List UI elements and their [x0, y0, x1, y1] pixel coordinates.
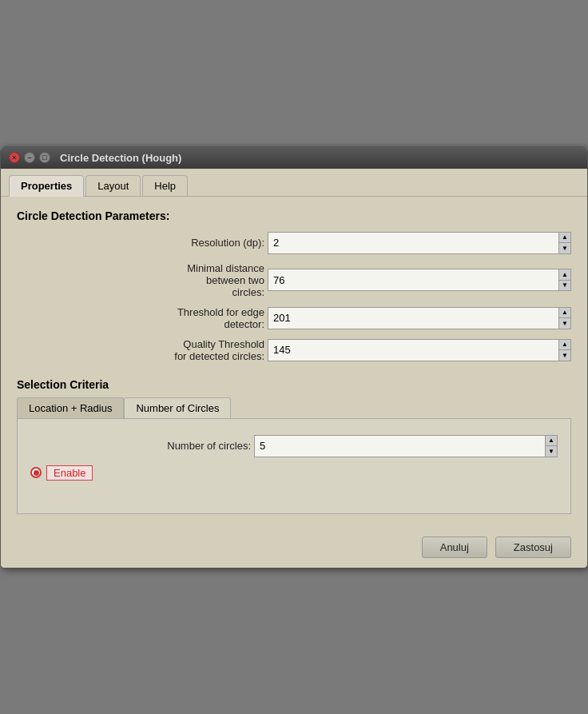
apply-button[interactable]: Zastosuj — [495, 536, 571, 558]
quality-spin-up[interactable]: ▲ — [559, 340, 570, 351]
num-circles-input[interactable] — [254, 435, 545, 457]
threshold-spin-buttons: ▲ ▼ — [558, 307, 571, 329]
param-row-threshold: Threshold for edgedetector: ▲ ▼ — [17, 306, 571, 330]
enable-label: Enable — [46, 465, 93, 481]
num-circles-spin-buttons: ▲ ▼ — [545, 435, 558, 457]
num-circles-label: Number of circles: — [167, 440, 251, 452]
tab-num-circles[interactable]: Number of Circles — [124, 397, 231, 418]
resolution-spin: ▲ ▼ — [268, 232, 571, 254]
footer: Anuluj Zastosuj — [1, 527, 587, 568]
threshold-spin-down[interactable]: ▼ — [559, 318, 570, 329]
mindist-input[interactable] — [268, 269, 558, 291]
threshold-input[interactable] — [268, 307, 558, 329]
cancel-button[interactable]: Anuluj — [422, 536, 487, 558]
params-section-title: Circle Detection Parameters: — [17, 209, 571, 222]
window-title: Circle Detection (Hough) — [60, 152, 181, 164]
param-row-mindist: Minimal distancebetween twocircles: ▲ ▼ — [17, 262, 571, 298]
top-tabs: Properties Layout Help — [1, 169, 587, 197]
close-icon: × — [12, 154, 16, 162]
num-circles-row: Number of circles: ▲ ▼ — [30, 435, 558, 457]
param-row-resolution: Resolution (dp): ▲ ▼ — [17, 232, 571, 254]
threshold-label: Threshold for edgedetector: — [177, 306, 264, 330]
resolution-label: Resolution (dp): — [191, 237, 264, 249]
resolution-spin-up[interactable]: ▲ — [559, 233, 570, 244]
num-circles-spin-down[interactable]: ▼ — [546, 446, 557, 457]
maximize-icon: □ — [42, 154, 46, 162]
content-area: Circle Detection Parameters: Resolution … — [1, 197, 587, 527]
num-circles-spin: ▲ ▼ — [254, 435, 558, 457]
tab-properties[interactable]: Properties — [9, 175, 84, 197]
maximize-button[interactable]: □ — [39, 152, 50, 163]
inner-tab-panel: Number of circles: ▲ ▼ — [17, 418, 571, 514]
quality-spin-buttons: ▲ ▼ — [558, 339, 571, 361]
window-controls: × − □ — [9, 152, 50, 163]
num-circles-spin-up[interactable]: ▲ — [546, 436, 557, 447]
tab-layout[interactable]: Layout — [85, 175, 141, 196]
selection-section: Selection Criteria Location + Radius Num… — [17, 378, 571, 514]
quality-label: Quality Thresholdfor detected circles: — [174, 338, 264, 362]
mindist-spin-down[interactable]: ▼ — [559, 281, 570, 291]
tab-help[interactable]: Help — [142, 175, 188, 196]
mindist-spin-buttons: ▲ ▼ — [558, 269, 571, 291]
radio-inner-dot — [34, 470, 39, 476]
mindist-spin: ▲ ▼ — [268, 269, 571, 291]
quality-spin: ▲ ▼ — [268, 339, 571, 361]
inner-tabs: Location + Radius Number of Circles — [17, 397, 571, 418]
minimize-icon: − — [27, 154, 31, 162]
quality-input[interactable] — [268, 339, 558, 361]
threshold-spin: ▲ ▼ — [268, 307, 571, 329]
titlebar: × − □ Circle Detection (Hough) — [1, 147, 587, 169]
resolution-input[interactable] — [268, 232, 558, 254]
enable-radio[interactable] — [30, 467, 42, 478]
param-row-quality: Quality Thresholdfor detected circles: ▲… — [17, 338, 571, 362]
close-button[interactable]: × — [9, 152, 20, 163]
mindist-label: Minimal distancebetween twocircles: — [187, 262, 264, 298]
mindist-spin-up[interactable]: ▲ — [559, 269, 570, 281]
minimize-button[interactable]: − — [24, 152, 35, 163]
tab-location-radius[interactable]: Location + Radius — [17, 397, 124, 418]
threshold-spin-up[interactable]: ▲ — [559, 308, 570, 319]
selection-title: Selection Criteria — [17, 378, 571, 391]
params-grid: Resolution (dp): ▲ ▼ Minimal distancebet… — [17, 232, 571, 362]
resolution-spin-buttons: ▲ ▼ — [558, 232, 571, 254]
resolution-spin-down[interactable]: ▼ — [559, 243, 570, 253]
enable-row: Enable — [30, 465, 558, 481]
quality-spin-down[interactable]: ▼ — [559, 350, 570, 361]
main-window: × − □ Circle Detection (Hough) Propertie… — [0, 146, 588, 568]
window-body: Properties Layout Help Circle Detection … — [1, 169, 587, 568]
